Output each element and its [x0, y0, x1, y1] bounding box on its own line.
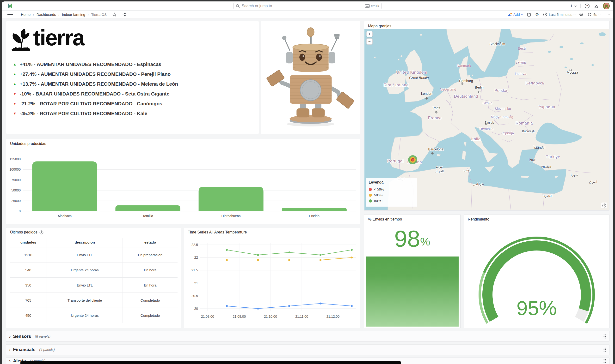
divider [604, 12, 604, 17]
breadcrumb-separator: › [88, 13, 89, 16]
user-avatar[interactable] [603, 2, 610, 10]
svg-text:Nederland: Nederland [440, 88, 456, 91]
help-icon: ? [585, 3, 590, 9]
recommendation-item: ▲+27.4% - AUMENTAR UNIDADES RECOMENDADO … [13, 69, 259, 79]
clock-icon [543, 12, 547, 17]
svg-text:Deutschland: Deutschland [454, 94, 478, 99]
chevron-right-icon: › [9, 334, 11, 339]
time-range-picker[interactable]: Last 5 minutes [543, 12, 576, 17]
add-panel-button[interactable]: Add [508, 13, 523, 16]
column-header[interactable]: descripcion [47, 238, 123, 247]
row-financials[interactable]: › Financials (4 panels) [6, 344, 609, 355]
info-icon[interactable] [39, 230, 43, 234]
plant-logo-icon [9, 28, 33, 52]
svg-text:Lietuva: Lietuva [515, 72, 526, 76]
svg-text:20.5: 20.5 [191, 294, 198, 298]
column-header[interactable]: unidades [10, 238, 47, 247]
search-icon [236, 4, 240, 8]
star-icon[interactable] [112, 12, 117, 17]
column-header[interactable]: estado [123, 238, 178, 247]
panel-gauge: Rendimiento 95% [464, 214, 609, 328]
arrow-down-icon: ▼ [13, 102, 17, 105]
orders-table[interactable]: unidadesdescripcionestado 1210Envio LTLE… [10, 238, 178, 323]
svg-text:Slovensko: Slovensko [495, 107, 511, 111]
bar-Tomillo [115, 205, 180, 211]
recommendation-text: +27.4% - AUMENTAR UNIDADES RECOMENDADO -… [20, 71, 171, 77]
legend-item: 50%+ [369, 192, 414, 198]
plus-icon: + [570, 3, 573, 9]
legend-dot-icon [369, 188, 372, 191]
svg-text:21: 21 [194, 281, 198, 285]
svg-text:Србија: Србија [503, 131, 514, 135]
breadcrumb-separator: › [58, 13, 60, 16]
svg-text:Polska: Polska [494, 88, 508, 93]
breadcrumb-dashboards[interactable]: Dashboards [37, 13, 56, 16]
svg-text:Berlin: Berlin [475, 85, 484, 89]
svg-text:75000: 75000 [11, 178, 21, 182]
recommendation-item: ▼-45.2% - ROTAR POR CULTIVO RECOMENDADO … [13, 108, 259, 118]
map-zoom-out-button[interactable]: − [366, 39, 373, 45]
share-icon[interactable] [122, 12, 126, 17]
svg-text:0: 0 [19, 209, 21, 213]
panel-title: Time Series All Areas Temperature [184, 227, 360, 234]
drag-handle-icon[interactable] [603, 348, 606, 352]
dashboard-canvas: tierra ▲+41% - AUMENTAR UNIDADES RECOMEN… [2, 19, 613, 364]
recommendation-text: +13.7% - AUMENTAR UNIDADES RECOMENDADO -… [20, 81, 178, 87]
recommendation-item: ▼-10% - BAJAR UNIDADES RECOMENDADO - Set… [13, 89, 259, 99]
map-attribution-button[interactable] [601, 203, 607, 208]
topbar-actions: + ? [570, 1, 610, 11]
grafana-logo[interactable]: M [7, 2, 12, 9]
svg-text:95%: 95% [517, 297, 557, 319]
svg-text:Italia: Italia [471, 137, 481, 141]
svg-text:22.5: 22.5 [191, 243, 198, 247]
europe-map[interactable]: + − [364, 29, 609, 210]
svg-text:București: București [522, 130, 534, 133]
row-sensors[interactable]: › Sensors (8 panels) [6, 331, 609, 342]
table-row: 1210Envio LTLEn preparación [10, 247, 178, 262]
svg-text:İzmir: İzmir [529, 158, 535, 162]
arrow-down-icon: ▼ [13, 92, 17, 96]
legend-item: < 50% [369, 186, 414, 192]
svg-text:الجزائر: الجزائر [435, 170, 444, 173]
svg-text:Eneldo: Eneldo [309, 214, 319, 218]
help-button[interactable]: ? [585, 3, 590, 9]
map-zoom-in-button[interactable]: + [366, 31, 373, 37]
panel-stat: % Envios en tiempo 98 % [364, 214, 461, 328]
search-input[interactable] [242, 4, 365, 8]
arrow-up-icon: ▲ [13, 82, 17, 86]
menu-toggle-button[interactable] [7, 12, 13, 17]
refresh-picker[interactable]: 5s [587, 12, 600, 17]
save-dashboard-button[interactable] [527, 12, 531, 17]
breadcrumb-home[interactable]: Home [21, 13, 30, 16]
dashboard-settings-button[interactable]: ⚙ [535, 12, 539, 17]
svg-text:Zagreb: Zagreb [485, 121, 494, 124]
new-button[interactable]: + [570, 3, 576, 9]
svg-text:Alger: Alger [436, 166, 443, 169]
zoom-out-time-button[interactable] [579, 12, 584, 17]
bar-chart[interactable]: 0250005000075000100000125000AlbahacaTomi… [6, 146, 360, 223]
zoom-out-icon [579, 12, 584, 17]
svg-text:Albahaca: Albahaca [58, 214, 72, 218]
svg-text:تونس: تونس [464, 169, 471, 172]
collapse-toolbar-button[interactable] [608, 14, 610, 16]
svg-text:Hierbabuena: Hierbabuena [221, 214, 241, 218]
recommendation-text: -10% - BAJAR UNIDADES RECOMENDADO - Seta… [20, 91, 169, 97]
arrow-up-icon: ▲ [13, 62, 17, 66]
search-input-wrap[interactable]: ctrl+k [233, 3, 382, 9]
stat-area-fill [366, 257, 459, 326]
svg-text:21:08:00: 21:08:00 [201, 314, 214, 318]
timeseries-chart[interactable]: 2020.52121.52222.521:08:0021:09:0021:10:… [184, 234, 360, 327]
recommendation-item: ▲+13.7% - AUMENTAR UNIDADES RECOMENDADO … [13, 79, 259, 89]
avatar [603, 2, 610, 10]
breadcrumb-separator: › [33, 13, 34, 16]
news-button[interactable] [594, 3, 599, 9]
panel-title: Rendimiento [464, 215, 609, 221]
svg-text:25000: 25000 [11, 199, 21, 203]
bar-Albahaca [32, 161, 97, 211]
drag-handle-icon[interactable] [603, 359, 606, 363]
table-row: 705Transporte del clienteCompletado [10, 293, 178, 308]
drag-handle-icon[interactable] [603, 334, 606, 339]
keyboard-icon [365, 4, 370, 8]
breadcrumb-folder[interactable]: Indoor farming [62, 13, 85, 16]
svg-text:Stockholm: Stockholm [489, 42, 505, 46]
